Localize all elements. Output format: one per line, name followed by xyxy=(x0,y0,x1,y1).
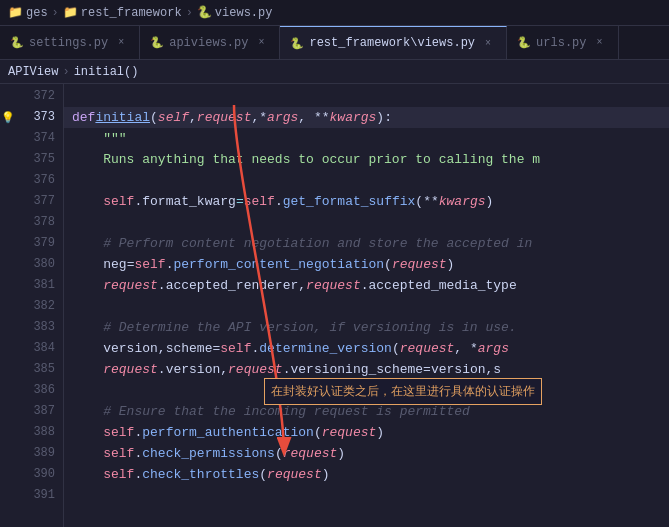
tab-bar: 🐍 settings.py × 🐍 apiviews.py × 🐍 rest_f… xyxy=(0,26,669,60)
param-kwargs: kwargs xyxy=(330,107,377,128)
code-line-372 xyxy=(64,86,669,107)
gutter-390 xyxy=(0,464,16,485)
breadcrumb-item-ges: 📁 ges xyxy=(8,5,48,20)
param-self: self xyxy=(158,107,189,128)
gutter-391 xyxy=(0,485,16,506)
code-line-383: # Determine the API version, if versioni… xyxy=(64,317,669,338)
gutter-375 xyxy=(0,149,16,170)
line-numbers: 372 373 374 375 376 377 378 379 380 381 … xyxy=(16,84,64,527)
breadcrumb-item-file: 🐍 views.py xyxy=(197,5,273,20)
code-line-389: self.check_permissions(request) xyxy=(64,443,669,464)
gutter-380 xyxy=(0,254,16,275)
code-line-376 xyxy=(64,170,669,191)
param-args: args xyxy=(267,107,298,128)
tab-urls-icon: 🐍 xyxy=(517,36,531,49)
gutter-383 xyxy=(0,317,16,338)
code-line-381: request.accepted_renderer, request.accep… xyxy=(64,275,669,296)
tab-urls-close[interactable]: × xyxy=(592,35,608,51)
breadcrumb-sep-2: › xyxy=(186,6,193,20)
tab-settings-close[interactable]: × xyxy=(113,35,129,51)
gutter-384 xyxy=(0,338,16,359)
ln-374: 374 xyxy=(20,128,55,149)
gutter-386 xyxy=(0,380,16,401)
ln-388: 388 xyxy=(20,422,55,443)
ln-376: 376 xyxy=(20,170,55,191)
tab-apiviews-icon: 🐍 xyxy=(150,36,164,49)
code-line-388: self.perform_authentication(request) xyxy=(64,422,669,443)
ln-378: 378 xyxy=(20,212,55,233)
code-line-373: def initial(self, request, *args, **kwar… xyxy=(64,107,669,128)
code-line-382 xyxy=(64,296,669,317)
tab-rest-views-close[interactable]: × xyxy=(480,35,496,51)
docstring-open: """ xyxy=(72,128,127,149)
code-line-374: """ xyxy=(64,128,669,149)
gutter-387 xyxy=(0,401,16,422)
code-line-390: self.check_throttles(request) xyxy=(64,464,669,485)
gutter-381 xyxy=(0,275,16,296)
gutter-385 xyxy=(0,359,16,380)
tab-urls[interactable]: 🐍 urls.py × xyxy=(507,26,618,59)
code-line-377: self.format_kwarg = self.get_format_suff… xyxy=(64,191,669,212)
breadcrumb-sep-1: › xyxy=(52,6,59,20)
code-breadcrumb-method[interactable]: initial() xyxy=(74,65,139,79)
param-request: request xyxy=(197,107,252,128)
ln-385: 385 xyxy=(20,359,55,380)
ln-375: 375 xyxy=(20,149,55,170)
tab-rest-views-icon: 🐍 xyxy=(290,37,304,50)
ln-389: 389 xyxy=(20,443,55,464)
ln-379: 379 xyxy=(20,233,55,254)
ln-387: 387 xyxy=(20,401,55,422)
ln-373: 373 xyxy=(20,107,55,128)
ln-390: 390 xyxy=(20,464,55,485)
code-line-375: Runs anything that needs to occur prior … xyxy=(64,149,669,170)
tab-settings[interactable]: 🐍 settings.py × xyxy=(0,26,140,59)
gutter-373: 💡 xyxy=(0,107,16,128)
code-line-386: 在封装好认证类之后，在这里进行具体的认证操作 xyxy=(64,380,669,401)
code-line-385: request.version, request.versioning_sche… xyxy=(64,359,669,380)
tab-settings-icon: 🐍 xyxy=(10,36,24,49)
tab-rest-views[interactable]: 🐍 rest_framework\views.py × xyxy=(280,26,507,59)
code-line-378 xyxy=(64,212,669,233)
fn-initial: initial xyxy=(95,107,150,128)
ln-386: 386 xyxy=(20,380,55,401)
paren-open: ( xyxy=(150,107,158,128)
gutter-376 xyxy=(0,170,16,191)
code-breadcrumb: APIView › initial() xyxy=(0,60,669,84)
gutter-389 xyxy=(0,443,16,464)
ln-391: 391 xyxy=(20,485,55,506)
gutter: 💡 xyxy=(0,84,16,527)
py-icon: 🐍 xyxy=(197,5,212,20)
gutter-379 xyxy=(0,233,16,254)
top-breadcrumb: 📁 ges › 📁 rest_framework › 🐍 views.py xyxy=(0,0,669,26)
code-line-391 xyxy=(64,485,669,506)
code-content: def initial(self, request, *args, **kwar… xyxy=(64,84,669,527)
gutter-378 xyxy=(0,212,16,233)
code-breadcrumb-class[interactable]: APIView xyxy=(8,65,58,79)
ln-382: 382 xyxy=(20,296,55,317)
code-line-379: # Perform content negotiation and store … xyxy=(64,233,669,254)
ln-384: 384 xyxy=(20,338,55,359)
kw-def: def xyxy=(72,107,95,128)
code-area: 💡 372 373 374 375 376 377 xyxy=(0,84,669,527)
folder-icon-2: 📁 xyxy=(63,5,78,20)
folder-icon: 📁 xyxy=(8,5,23,20)
gutter-382 xyxy=(0,296,16,317)
tab-apiviews[interactable]: 🐍 apiviews.py × xyxy=(140,26,280,59)
docstring-text: Runs anything that needs to occur prior … xyxy=(72,149,540,170)
tab-apiviews-close[interactable]: × xyxy=(253,35,269,51)
gutter-374 xyxy=(0,128,16,149)
ln-377: 377 xyxy=(20,191,55,212)
breadcrumb-item-rest: 📁 rest_framework xyxy=(63,5,182,20)
gutter-372 xyxy=(0,86,16,107)
gutter-377 xyxy=(0,191,16,212)
ln-372: 372 xyxy=(20,86,55,107)
code-line-387: # Ensure that the incoming request is pe… xyxy=(64,401,669,422)
ln-383: 383 xyxy=(20,317,55,338)
gutter-388 xyxy=(0,422,16,443)
code-breadcrumb-sep: › xyxy=(62,65,69,79)
ln-381: 381 xyxy=(20,275,55,296)
code-line-384: version, scheme = self.determine_version… xyxy=(64,338,669,359)
code-line-380: neg = self.perform_content_negotiation(r… xyxy=(64,254,669,275)
ln-380: 380 xyxy=(20,254,55,275)
